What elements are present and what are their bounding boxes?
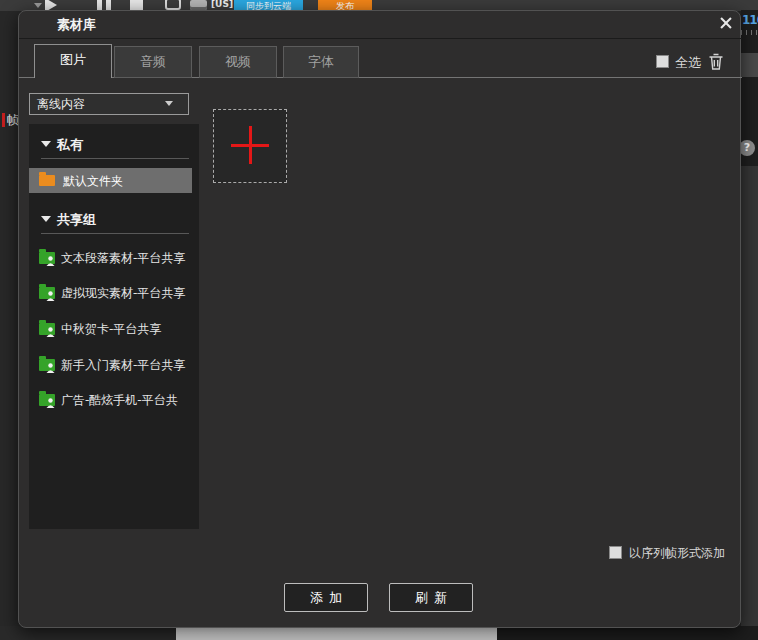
section-separator xyxy=(41,158,189,159)
film-icon[interactable] xyxy=(190,0,207,10)
sidebar-item-default-folder[interactable]: 默认文件夹 xyxy=(29,168,192,193)
sidebar-item-label: 虚拟现实素材-平台共享 xyxy=(61,285,185,302)
section-separator xyxy=(41,233,189,234)
folder-sidebar: 私有 默认文件夹 共享组 文本段落素材-平台共享 xyxy=(29,124,199,529)
title-separator xyxy=(19,38,742,39)
person-icon xyxy=(46,291,55,301)
add-material-tile[interactable] xyxy=(213,109,287,183)
person-icon xyxy=(46,363,55,373)
bottom-panel-left xyxy=(0,626,176,640)
tab-font[interactable]: 字体 xyxy=(283,46,359,78)
sequence-frames-label: 以序列帧形式添加 xyxy=(629,545,725,562)
collapse-caret-icon[interactable] xyxy=(41,141,51,147)
person-icon xyxy=(46,256,55,266)
folder-icon xyxy=(39,175,55,186)
sidebar-item-shared-folder[interactable]: 广告-酷炫手机-平台共 xyxy=(29,390,199,410)
toolbar-dropdown-caret-icon[interactable] xyxy=(34,3,42,8)
collapse-caret-icon[interactable] xyxy=(41,216,51,222)
panel-fragment xyxy=(741,166,758,628)
private-section-header[interactable]: 私有 xyxy=(57,136,83,154)
help-button[interactable]: ? xyxy=(741,140,755,156)
tab-video[interactable]: 视频 xyxy=(199,46,277,78)
person-icon xyxy=(46,327,55,337)
bottom-panel-right xyxy=(497,626,758,640)
close-icon[interactable] xyxy=(718,15,734,31)
sidebar-item-label: 文本段落素材-平台共享 xyxy=(61,250,185,267)
sidebar-item-label: 广告-酷炫手机-平台共 xyxy=(61,392,178,409)
tab-image[interactable]: 图片 xyxy=(34,44,112,78)
left-panel-strip: 帧 xyxy=(0,11,20,628)
plus-icon xyxy=(249,126,252,164)
sequence-frames-checkbox[interactable] xyxy=(609,546,622,559)
sidebar-item-shared-folder[interactable]: 中秋贺卡-平台共享 xyxy=(29,319,199,339)
sidebar-item-shared-folder[interactable]: 文本段落素材-平台共享 xyxy=(29,248,199,268)
refresh-button[interactable]: 刷新 xyxy=(389,583,473,612)
select-all-checkbox[interactable] xyxy=(656,55,669,68)
sidebar-item-label: 新手入门素材-平台共享 xyxy=(61,357,185,374)
chevron-down-icon xyxy=(165,101,173,106)
timeline-ruler-ticks xyxy=(741,30,758,35)
tab-audio[interactable]: 音频 xyxy=(114,46,192,78)
sidebar-item-shared-folder[interactable]: 新手入门素材-平台共享 xyxy=(29,355,199,375)
select-all-label: 全选 xyxy=(675,54,701,72)
right-panel-strip: 110 ? xyxy=(741,10,758,628)
sidebar-item-shared-folder[interactable]: 虚拟现实素材-平台共享 xyxy=(29,283,199,303)
add-button[interactable]: 添加 xyxy=(284,583,368,612)
person-icon xyxy=(46,398,55,408)
sidebar-item-label: 默认文件夹 xyxy=(63,173,123,190)
dialog-title: 素材库 xyxy=(57,16,96,34)
sidebar-item-label: 中秋贺卡-平台共享 xyxy=(61,321,161,338)
clip-marker xyxy=(2,113,5,127)
export-icon[interactable] xyxy=(165,0,181,10)
us-format-icon[interactable]: [US] xyxy=(211,0,233,9)
bottom-timeline-strip xyxy=(176,626,497,640)
material-library-dialog: 素材库 图片 音频 视频 字体 全选 离线内容 私有 默认文件夹 xyxy=(18,10,741,628)
panel-fragment xyxy=(741,53,758,77)
shared-section-header[interactable]: 共享组 xyxy=(57,211,96,229)
trash-icon[interactable] xyxy=(708,52,724,71)
timeline-ruler-number: 110 xyxy=(742,13,758,27)
